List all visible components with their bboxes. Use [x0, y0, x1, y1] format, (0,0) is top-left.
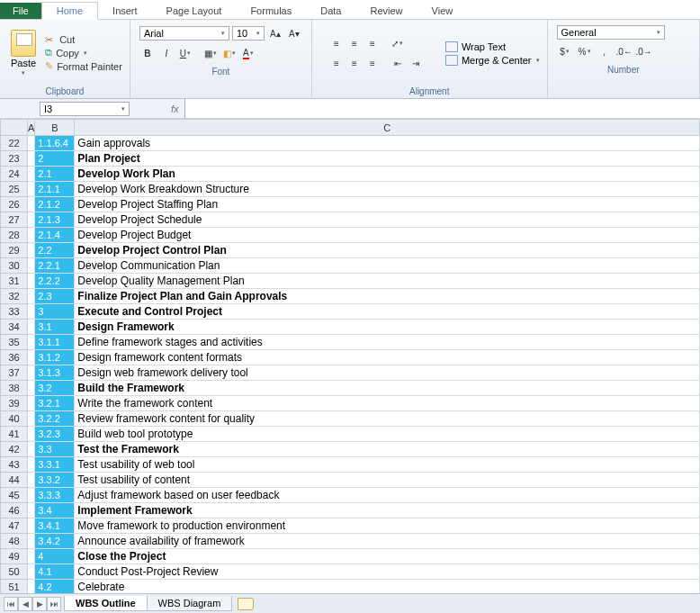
spreadsheet-grid[interactable]: A B C 221.1.6.4Gain approvals232Plan Pro…	[0, 119, 700, 593]
row-header[interactable]: 37	[1, 365, 28, 381]
cell[interactable]	[28, 350, 35, 365]
cell[interactable]	[28, 503, 35, 518]
row-header[interactable]: 36	[1, 350, 28, 365]
cell[interactable]: 3.3.1	[35, 457, 75, 473]
cell[interactable]	[28, 427, 35, 442]
cell[interactable]: 3.3.3	[35, 488, 75, 503]
cell[interactable]: 2.1.2	[35, 197, 75, 212]
cell[interactable]: Plan Project	[75, 151, 700, 167]
cell[interactable]	[28, 564, 35, 580]
row-header[interactable]: 41	[1, 427, 28, 442]
cell[interactable]: 2.2.1	[35, 258, 75, 274]
cell[interactable]: Adjust framework based on user feedback	[75, 488, 700, 503]
cell[interactable]	[28, 457, 35, 473]
cell[interactable]	[28, 365, 35, 381]
cell[interactable]: 2.2.2	[35, 274, 75, 289]
cell[interactable]: 2	[35, 151, 75, 167]
cell[interactable]	[28, 381, 35, 396]
row-header[interactable]: 43	[1, 457, 28, 473]
sheet-nav-next[interactable]: ▶	[32, 597, 47, 611]
cell[interactable]: Develop Work Breakdown Structure	[75, 182, 700, 197]
cut-button[interactable]: Cut	[45, 34, 122, 45]
cell[interactable]	[28, 335, 35, 350]
ribbon-tab-view[interactable]: View	[417, 3, 468, 19]
cell[interactable]: 3.2.1	[35, 396, 75, 411]
row-header[interactable]: 23	[1, 151, 28, 167]
cell[interactable]: 3.4	[35, 503, 75, 518]
wrap-text-button[interactable]: Wrap Text	[445, 41, 540, 52]
cell[interactable]	[28, 151, 35, 167]
shrink-font-button[interactable]: A▾	[286, 25, 302, 41]
cell[interactable]	[28, 518, 35, 534]
row-header[interactable]: 33	[1, 304, 28, 320]
cell[interactable]: Design Framework	[75, 320, 700, 335]
decrease-decimal-button[interactable]: .0→	[636, 43, 652, 59]
cell[interactable]: Test the Framework	[75, 442, 700, 457]
col-header[interactable]: A	[28, 120, 35, 136]
borders-button[interactable]: ▦	[202, 45, 219, 61]
italic-button[interactable]: I	[158, 45, 175, 61]
row-header[interactable]: 50	[1, 564, 28, 580]
cell[interactable]	[28, 320, 35, 335]
cell[interactable]: 2.2	[35, 243, 75, 258]
cell[interactable]: 3.4.1	[35, 518, 75, 534]
grow-font-button[interactable]: A▴	[267, 25, 283, 41]
cell[interactable]: 3.3.2	[35, 473, 75, 488]
cell[interactable]	[28, 136, 35, 151]
cell[interactable]: Design framework content formats	[75, 350, 700, 365]
cell[interactable]: 4	[35, 549, 75, 564]
cell[interactable]	[28, 182, 35, 197]
row-header[interactable]: 24	[1, 167, 28, 182]
cell[interactable]	[28, 258, 35, 274]
row-header[interactable]: 35	[1, 335, 28, 350]
row-header[interactable]: 47	[1, 518, 28, 534]
cell[interactable]: Define framework stages and activities	[75, 335, 700, 350]
sheet-nav-last[interactable]: ⏭	[47, 597, 61, 611]
row-header[interactable]: 46	[1, 503, 28, 518]
cell[interactable]	[28, 228, 35, 243]
cell[interactable]: Celebrate	[75, 580, 700, 594]
col-header[interactable]: C	[75, 120, 700, 136]
align-bottom-button[interactable]: ≡	[364, 35, 381, 51]
sheet-nav-prev[interactable]: ◀	[18, 597, 32, 611]
row-header[interactable]: 48	[1, 534, 28, 549]
align-center-button[interactable]: ≡	[346, 55, 363, 71]
row-header[interactable]: 32	[1, 289, 28, 304]
row-header[interactable]: 25	[1, 182, 28, 197]
row-header[interactable]: 31	[1, 274, 28, 289]
cell[interactable]	[28, 488, 35, 503]
cell[interactable]: 2.1	[35, 167, 75, 182]
cell[interactable]	[28, 243, 35, 258]
align-middle-button[interactable]: ≡	[346, 35, 363, 51]
cell[interactable]: 4.1	[35, 564, 75, 580]
cell[interactable]	[28, 197, 35, 212]
cell[interactable]: Execute and Control Project	[75, 304, 700, 320]
decrease-indent-button[interactable]: ⇤	[390, 55, 406, 71]
cell[interactable]: 1.1.6.4	[35, 136, 75, 151]
cell[interactable]: Develop Quality Management Plan	[75, 274, 700, 289]
col-header[interactable]: B	[35, 120, 75, 136]
cell[interactable]: 3.1	[35, 320, 75, 335]
cell[interactable]	[28, 549, 35, 564]
cell[interactable]: Test usability of content	[75, 473, 700, 488]
font-color-button[interactable]: A	[240, 45, 256, 61]
cell[interactable]: Develop Project Budget	[75, 228, 700, 243]
comma-button[interactable]: ,	[597, 43, 613, 59]
ribbon-tab-formulas[interactable]: Formulas	[236, 3, 306, 19]
row-header[interactable]: 34	[1, 320, 28, 335]
increase-indent-button[interactable]: ⇥	[408, 55, 424, 71]
row-header[interactable]: 39	[1, 396, 28, 411]
cell[interactable]: 3.2.2	[35, 411, 75, 427]
cell[interactable]: 3	[35, 304, 75, 320]
cell[interactable]: 4.2	[35, 580, 75, 594]
cell[interactable]: 3.1.1	[35, 335, 75, 350]
cell[interactable]	[28, 289, 35, 304]
ribbon-tab-data[interactable]: Data	[306, 3, 355, 19]
cell[interactable]: Review framework content for quality	[75, 411, 700, 427]
cell[interactable]	[28, 442, 35, 457]
ribbon-tab-review[interactable]: Review	[355, 3, 417, 19]
align-top-button[interactable]: ≡	[328, 35, 345, 51]
cell[interactable]: Build the Framework	[75, 381, 700, 396]
row-header[interactable]: 28	[1, 228, 28, 243]
cell[interactable]: Conduct Post-Project Review	[75, 564, 700, 580]
